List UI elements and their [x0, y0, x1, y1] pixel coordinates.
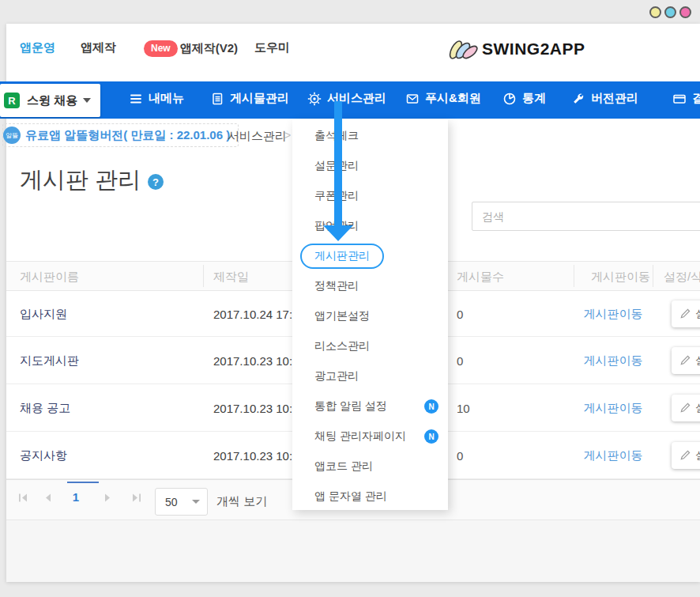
topnav-app-create-v2[interactable]: New앱제작(V2): [144, 40, 238, 57]
pencil-icon: [679, 402, 691, 414]
window-dot-yellow[interactable]: [649, 6, 661, 18]
guide-arrow: [334, 101, 342, 225]
appbar-item-label: 내메뉴: [149, 91, 184, 106]
appbar-item-push-members[interactable]: 푸시&회원: [405, 91, 481, 106]
footer-spacer: [6, 520, 700, 582]
settings-button[interactable]: 설정: [672, 300, 700, 327]
plan-badge: 알뜰: [3, 127, 21, 144]
post-count: 0: [457, 307, 463, 320]
board-name-link[interactable]: 지도게시판: [20, 353, 79, 368]
board-name-link[interactable]: 공지사항: [20, 448, 67, 463]
menu-item-policy[interactable]: 정책관리: [292, 271, 448, 301]
post-count: 10: [457, 401, 470, 414]
prev-page-button[interactable]: [43, 492, 54, 503]
menu-icon: [129, 92, 143, 106]
board-move-link[interactable]: 게시판이동: [574, 400, 653, 415]
menu-item-app-code[interactable]: 앱코드 관리: [292, 452, 448, 482]
menu-item-board-management[interactable]: 게시판관리: [292, 241, 448, 271]
chevron-down-icon: [83, 98, 91, 103]
settings-button-label: 설정: [695, 401, 700, 415]
topnav-app-create[interactable]: 앱제작: [81, 40, 116, 55]
menu-item-app-strings[interactable]: 앱 문자열 관리: [292, 482, 448, 512]
appbar-item-billing[interactable]: 결제: [672, 91, 700, 106]
window-controls: [649, 6, 691, 18]
board-move-link[interactable]: 게시판이동: [574, 353, 653, 368]
appbar-item-services[interactable]: 서비스관리: [307, 91, 386, 106]
settings-button[interactable]: 설정: [672, 442, 700, 469]
menu-item-chat-admin[interactable]: 채팅 관리자페이지N: [292, 421, 448, 452]
chevron-down-icon: [192, 500, 200, 504]
post-count: 0: [457, 353, 463, 367]
topnav-app-create-v2-label: 앱제작(V2): [180, 41, 238, 55]
board-move-link[interactable]: 게시판이동: [574, 306, 653, 321]
new-feature-badge: N: [424, 429, 438, 444]
next-page-button[interactable]: [103, 492, 114, 503]
menu-item-survey[interactable]: 설문관리: [292, 151, 448, 181]
menu-item-resources[interactable]: 리소스관리: [292, 331, 448, 361]
app-initial-tile: R: [4, 93, 20, 108]
breadcrumb-section: 서비스관리: [228, 129, 287, 144]
help-icon[interactable]: ?: [148, 174, 164, 190]
current-page[interactable]: 1: [66, 490, 85, 504]
guide-arrow-head: [323, 225, 353, 241]
menu-item-ads[interactable]: 광고관리: [292, 361, 448, 391]
appbar-item-label: 버전관리: [591, 91, 638, 106]
topnav-helper[interactable]: 도우미: [254, 40, 290, 55]
menu-item-label: 광고관리: [314, 369, 359, 384]
pie-chart-icon: [502, 92, 517, 106]
page-title: 게시판 관리 ?: [20, 164, 164, 196]
board-move-link[interactable]: 게시판이동: [574, 448, 653, 463]
window-dot-pink[interactable]: [679, 6, 691, 18]
app-selector[interactable]: R 스윙 채용: [0, 84, 100, 117]
menu-item-app-basic-settings[interactable]: 앱기본설정: [292, 301, 448, 331]
menu-item-notifications[interactable]: 통합 알림 설정N: [292, 391, 448, 421]
col-post-count: 게시물수: [457, 270, 504, 285]
appbar-item-posts[interactable]: 게시물관리: [210, 91, 289, 106]
col-settings: 설정/삭제: [664, 270, 700, 285]
board-name-link[interactable]: 채용 공고: [20, 400, 70, 415]
appbar-item-label: 통계: [522, 91, 546, 106]
post-count: 0: [457, 448, 463, 462]
pencil-icon: [679, 354, 691, 366]
app-selector-label: 스윙 채용: [27, 93, 77, 108]
pencil-icon: [679, 308, 691, 319]
menu-item-label: 리소스관리: [314, 339, 370, 353]
menu-item-attendance[interactable]: 출석체크: [292, 121, 448, 151]
board-name-link[interactable]: 입사지원: [20, 306, 67, 321]
settings-button-label: 설정: [695, 307, 700, 321]
wrench-icon: [571, 92, 585, 106]
page-size-select[interactable]: 50: [155, 488, 208, 516]
menu-item-coupon[interactable]: 쿠폰관리: [292, 181, 448, 211]
window-dot-cyan[interactable]: [664, 6, 676, 18]
menu-item-label: 게시판관리: [300, 244, 384, 269]
pencil-icon: [679, 449, 691, 461]
settings-button-label: 설정: [695, 353, 700, 368]
plan-label: 유료앱 알뜰형버전( 만료일 : 22.01.06 ): [25, 128, 230, 143]
menu-item-popup[interactable]: 팝업관리: [292, 211, 448, 241]
plan-chip[interactable]: 알뜰 유료앱 알뜰형버전( 만료일 : 22.01.06 ): [2, 123, 239, 147]
settings-button[interactable]: 설정: [672, 395, 700, 421]
swing2app-logo[interactable]: SWING2APP: [446, 36, 585, 62]
mail-icon: [405, 92, 420, 106]
appbar-item-stats[interactable]: 통계: [502, 91, 546, 106]
menu-item-label: 채팅 관리자페이지: [314, 429, 406, 444]
col-board-name: 게시판이름: [20, 270, 79, 285]
scroll-indicator: [67, 482, 99, 483]
first-page-button[interactable]: [18, 492, 29, 503]
gear-icon: [307, 92, 322, 106]
settings-button[interactable]: 설정: [672, 347, 700, 374]
page-size-suffix: 개씩 보기: [216, 494, 267, 509]
document-icon: [210, 92, 224, 106]
search-input[interactable]: [472, 202, 700, 231]
page-title-text: 게시판 관리: [20, 164, 141, 196]
menu-item-label: 앱 문자열 관리: [314, 489, 387, 504]
last-page-button[interactable]: [131, 492, 142, 503]
topnav-app-operate[interactable]: 앱운영: [20, 40, 55, 55]
new-feature-badge: N: [424, 399, 438, 414]
logo-petals-icon: [446, 36, 479, 62]
appbar-item-versions[interactable]: 버전관리: [571, 91, 638, 106]
menu-item-label: 앱기본설정: [314, 309, 370, 323]
logo-text: SWING2APP: [482, 40, 585, 59]
header-divider: [574, 265, 574, 287]
appbar-item-my-menu[interactable]: 내메뉴: [129, 91, 184, 106]
